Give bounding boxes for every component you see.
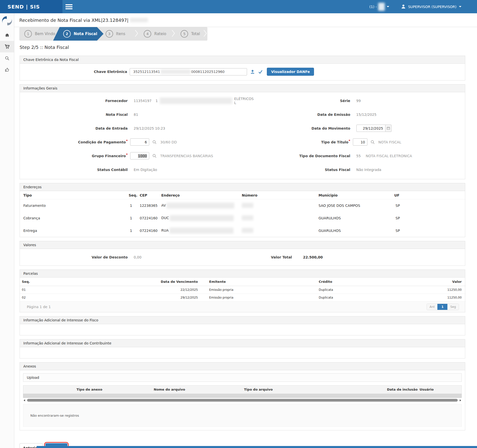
pagination-group: Ant 1 Seg bbox=[427, 304, 459, 310]
info-gerais-body: Fornecedor 11354197 1 ELÉTRICOS L Nota F… bbox=[20, 92, 465, 179]
footer-bar bbox=[37, 446, 477, 448]
status-contabil-value: Em Digitação bbox=[134, 168, 157, 172]
notification-count[interactable]: (1) - bbox=[369, 5, 377, 9]
upload-xml-icon[interactable] bbox=[250, 69, 255, 74]
field-label: Status Fiscal bbox=[243, 168, 350, 172]
sidebar-item-search[interactable] bbox=[0, 52, 14, 64]
field-label: Condição de Pagamento* bbox=[20, 140, 128, 144]
parcelas-table: Seq. Data de Vencimento Emitente Crédito… bbox=[20, 278, 466, 302]
wizard-step-1[interactable]: 1 Bem Vindo bbox=[19, 27, 59, 41]
redacted-text bbox=[242, 228, 253, 233]
step-number: 2 bbox=[63, 30, 71, 38]
section-header: Endereços bbox=[20, 183, 465, 191]
section-info-fisco: Informação Adicional de Interesse do Fis… bbox=[20, 316, 465, 335]
wizard-step-5[interactable]: 5 Total bbox=[176, 27, 203, 41]
app-logo[interactable] bbox=[0, 13, 14, 29]
pagination-next-button[interactable]: Seg bbox=[447, 304, 459, 310]
tipo-titulo-input[interactable] bbox=[353, 138, 367, 146]
pagination-page-1-button[interactable]: 1 bbox=[437, 304, 447, 310]
redacted-text bbox=[170, 215, 234, 221]
selected-text: 1000 bbox=[138, 154, 147, 158]
pagination-prev-button[interactable]: Ant bbox=[427, 304, 438, 310]
chevron-down-icon[interactable] bbox=[387, 6, 389, 7]
field-nota-fiscal: Nota Fiscal 81 bbox=[20, 108, 243, 121]
hamburger-menu-icon[interactable] bbox=[65, 3, 72, 10]
upload-panel-header[interactable]: Upload bbox=[23, 373, 462, 382]
fornecedor-seq: 1 bbox=[155, 99, 158, 103]
section-parcelas: Parcelas Seq. Data de Vencimento Emitent… bbox=[20, 270, 465, 312]
valor-total-value: 22.500,00 bbox=[303, 255, 323, 259]
wizard-step-2-active[interactable]: 2 Nota Fiscal bbox=[53, 27, 104, 41]
check-icon[interactable] bbox=[258, 69, 263, 74]
horizontal-scrollbar bbox=[23, 398, 462, 402]
required-asterisk: * bbox=[126, 139, 128, 143]
lookup-search-icon[interactable] bbox=[152, 140, 157, 144]
required-asterisk: * bbox=[126, 153, 128, 156]
sidebar-item-cart[interactable] bbox=[0, 41, 14, 52]
section-header: Informações Gerais bbox=[20, 84, 465, 92]
col-header-numero: Número bbox=[242, 191, 319, 199]
home-icon bbox=[5, 33, 10, 38]
step-number: 1 bbox=[24, 30, 32, 38]
scrollbar-thumb[interactable] bbox=[27, 399, 458, 402]
wizard-step-4[interactable]: 4 Rateio bbox=[139, 27, 172, 41]
step-number: 3 bbox=[106, 30, 113, 38]
col-header-emitente: Emitente bbox=[198, 278, 311, 286]
redacted-text bbox=[242, 203, 253, 208]
chave-eletronica-input[interactable]: 352512113541 000811202512960 bbox=[130, 68, 247, 75]
step-label: Itens bbox=[116, 32, 125, 36]
step-separator-chevron bbox=[203, 27, 207, 41]
field-label: Data de Emissão bbox=[243, 113, 350, 117]
field-status-fiscal: Status Fiscal Não Integrada bbox=[243, 163, 465, 176]
contribuinte-empty-body bbox=[20, 347, 465, 358]
calendar-icon[interactable] bbox=[385, 125, 391, 132]
col-header-vencimento: Data de Vencimento bbox=[155, 278, 198, 286]
condicao-pagamento-input[interactable] bbox=[130, 138, 149, 146]
field-grupo-financeiro: Grupo Financeiro* 1000 TRANSFERENCIAS BA… bbox=[20, 149, 243, 163]
tipo-doc-desc: NOTA FISCAL ELETRONICA bbox=[366, 154, 412, 158]
valores-body: Valor de Desconto 0,00 Valor Total 22.50… bbox=[20, 249, 465, 265]
parcela-row-1[interactable]: 01 22/12/2025 Emissão propria Duplicata … bbox=[20, 286, 466, 294]
redacted-text bbox=[378, 3, 385, 11]
endereco-row-cobranca[interactable]: Cobrança 1 07224160 DUC GUARULHOS SP bbox=[20, 212, 466, 224]
attachments-header-row: Tipo de anexo Nome do arquivo Tipo do ar… bbox=[23, 385, 462, 394]
lookup-search-icon[interactable] bbox=[152, 154, 157, 158]
col-header-endereco: Endereço bbox=[161, 191, 242, 199]
field-tipo-documento-fiscal: Tipo de Documento Fiscal 55 NOTA FISCAL … bbox=[243, 149, 465, 163]
wizard-step-3[interactable]: 3 Itens bbox=[101, 27, 135, 41]
step-separator-chevron bbox=[172, 27, 176, 41]
col-header-valor: Valor bbox=[436, 278, 466, 286]
data-movimento-input[interactable] bbox=[356, 125, 385, 132]
scroll-right-arrow-icon[interactable] bbox=[460, 399, 461, 401]
step-number: 4 bbox=[144, 30, 151, 38]
step-wizard: 1 Bem Vindo 2 Nota Fiscal 3 Itens 4 Rate… bbox=[19, 27, 207, 41]
step-label: Bem Vindo bbox=[35, 32, 55, 36]
col-header-nome-arquivo: Nome do arquivo bbox=[154, 388, 185, 391]
no-records-message: Não encontraram-se registros bbox=[23, 404, 462, 427]
section-valores: Valores Valor de Desconto 0,00 Valor Tot… bbox=[20, 241, 465, 266]
redacted-text bbox=[170, 228, 233, 234]
scroll-left-arrow-icon[interactable] bbox=[24, 399, 25, 401]
valor-total-label: Valor Total bbox=[141, 255, 292, 259]
sidebar-item-like[interactable] bbox=[0, 64, 14, 75]
endereco-row-faturamento[interactable]: Faturamento 1 12238365 AV SAO JOSE DOS C… bbox=[20, 199, 466, 212]
grupo-financeiro-input[interactable]: 1000 bbox=[130, 152, 149, 159]
logo-gray-crescent bbox=[7, 19, 12, 25]
section-header: Valores bbox=[20, 241, 465, 249]
chevron-down-icon[interactable] bbox=[459, 6, 461, 7]
user-menu[interactable]: SUPERVISOR (SUPERVISOR) bbox=[408, 5, 456, 9]
visualizador-danfe-button[interactable]: Visualizador DANFe bbox=[267, 68, 314, 76]
sidebar-item-home[interactable] bbox=[0, 29, 14, 41]
parcela-row-2[interactable]: 02 29/12/2025 Emissão propria Duplicata … bbox=[20, 294, 466, 302]
parcelas-pagination-bar: Página 1 de 1 Ant 1 Seg bbox=[20, 302, 465, 312]
serie-value: 99 bbox=[356, 99, 361, 103]
endereco-row-entrega[interactable]: Entrega 1 07224160 RUA GUARULHOS SP bbox=[20, 224, 466, 237]
enderecos-header-row: Tipo Seq. CEP Endereço Número Munícipio … bbox=[20, 191, 466, 199]
col-header-municipio: Munícipio bbox=[319, 191, 394, 199]
grupo-financeiro-desc: TRANSFERENCIAS BANCÁRIAS bbox=[160, 154, 213, 158]
section-header: Informação Adicional de Interesse do Fis… bbox=[20, 316, 465, 324]
nota-fiscal-value: 81 bbox=[134, 113, 138, 117]
lookup-search-icon[interactable] bbox=[370, 140, 375, 144]
logo-blue-crescent bbox=[2, 16, 7, 23]
cart-icon bbox=[5, 44, 10, 49]
